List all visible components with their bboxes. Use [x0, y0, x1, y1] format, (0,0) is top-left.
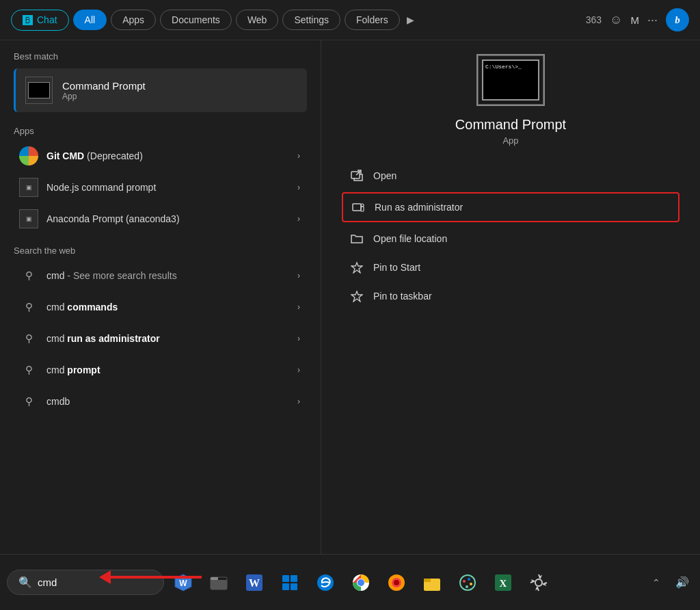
- search-web-label: Search the web: [14, 246, 307, 256]
- play-icon: ▶: [407, 14, 414, 25]
- taskbar-speaker-icon[interactable]: 🔊: [673, 568, 692, 598]
- web-search-cmd-prompt[interactable]: ⚲ cmd prompt ›: [14, 354, 307, 386]
- search-icon: ⚲: [19, 266, 38, 285]
- best-match-type: App: [62, 92, 146, 101]
- open-icon: [350, 169, 364, 183]
- search-icon: ⚲: [19, 329, 38, 348]
- search-icon: ⚲: [19, 360, 38, 380]
- filter-folders-button[interactable]: Folders: [345, 10, 400, 30]
- taskbar-firefox-icon[interactable]: [381, 568, 412, 598]
- app-item-git-cmd[interactable]: Git CMD (Deprecated) ›: [14, 140, 307, 172]
- git-cmd-label: Git CMD (Deprecated): [46, 150, 143, 161]
- svg-rect-15: [291, 583, 297, 590]
- svg-point-26: [468, 578, 470, 581]
- taskbar-excel-icon[interactable]: X: [488, 568, 518, 598]
- taskbar-edge-icon[interactable]: [310, 568, 340, 598]
- filter-apps-label: Apps: [122, 14, 144, 25]
- taskbar-chrome-icon[interactable]: [346, 568, 376, 598]
- pin-taskbar-label: Pin to taskbar: [373, 291, 432, 302]
- svg-text:W: W: [179, 579, 187, 588]
- svg-rect-23: [424, 579, 431, 582]
- git-icon: [19, 146, 38, 165]
- action-list: Open Run as administrator: [342, 162, 679, 310]
- bing-icon[interactable]: b: [666, 8, 689, 31]
- taskbar-paint-icon[interactable]: [453, 568, 483, 598]
- taskbar-search-icon: 🔍: [18, 576, 32, 589]
- web-search-label-4: cmd prompt: [46, 364, 100, 375]
- chevron-icon: ›: [297, 183, 300, 192]
- web-search-label-3: cmd run as administrator: [46, 333, 160, 344]
- app-item-nodejs[interactable]: ▣ Node.js command prompt ›: [14, 172, 307, 203]
- svg-rect-8: [211, 577, 218, 580]
- filter-documents-button[interactable]: Documents: [160, 10, 232, 30]
- chevron-icon: ›: [297, 365, 300, 375]
- web-search-cmd-more[interactable]: ⚲ cmd - See more search results ›: [14, 260, 307, 291]
- app-item-anaconda[interactable]: ▣ Anaconda Prompt (anaconda3) ›: [14, 203, 307, 235]
- action-open[interactable]: Open: [342, 162, 679, 189]
- cmd-preview-image: C:\Users\>_: [476, 54, 545, 106]
- web-search-cmd-commands[interactable]: ⚲ cmd commands ›: [14, 291, 307, 323]
- filter-right-controls: 363 ☺ M ··· b: [586, 8, 689, 31]
- pin-taskbar-icon: [350, 289, 364, 303]
- svg-point-4: [361, 204, 364, 207]
- taskbar-startmenu-icon[interactable]: [275, 568, 305, 598]
- chevron-icon: ›: [297, 334, 300, 343]
- search-icon: ⚲: [19, 297, 38, 317]
- cmd-app-icon: [25, 77, 53, 104]
- filter-web-button[interactable]: Web: [236, 10, 279, 30]
- action-pin-taskbar[interactable]: Pin to taskbar: [342, 282, 679, 310]
- web-search-cmd-run-admin[interactable]: ⚲ cmd run as administrator ›: [14, 323, 307, 354]
- taskbar-windhawk-icon[interactable]: W: [168, 568, 198, 598]
- svg-rect-2: [353, 204, 361, 211]
- filter-all-button[interactable]: All: [73, 10, 107, 30]
- file-location-icon: [350, 232, 364, 246]
- web-search-label-2: cmd commands: [46, 302, 118, 313]
- taskbar-search-input[interactable]: cmd: [38, 576, 152, 588]
- taskbar-word-icon[interactable]: W: [239, 568, 269, 598]
- svg-rect-14: [282, 583, 289, 590]
- more-options-icon[interactable]: ···: [647, 13, 658, 27]
- action-pin-start[interactable]: Pin to Start: [342, 254, 679, 281]
- app-preview-type: App: [502, 135, 518, 146]
- filter-chat-button[interactable]: 🅱 Chat: [11, 10, 69, 31]
- best-match-text: Command Prompt App: [62, 80, 146, 101]
- best-match-item[interactable]: Command Prompt App: [14, 68, 307, 112]
- taskbar-files-icon[interactable]: [417, 568, 447, 598]
- taskbar-chevron-up[interactable]: ⌃: [647, 568, 666, 598]
- filter-web-label: Web: [247, 14, 267, 25]
- filter-bar: 🅱 Chat All Apps Documents Web Settings F…: [0, 0, 700, 40]
- svg-point-28: [466, 585, 468, 588]
- taskbar-file-explorer-icon[interactable]: [204, 568, 234, 598]
- user-initial: M: [630, 14, 639, 26]
- best-match-label: Best match: [14, 51, 307, 62]
- run-admin-icon: [351, 200, 365, 214]
- search-icon: ⚲: [19, 392, 38, 411]
- taskbar: 🔍 cmd W W: [0, 554, 700, 610]
- taskbar-settings-icon[interactable]: [524, 568, 554, 598]
- run-admin-label: Run as administrator: [375, 202, 463, 213]
- action-run-as-admin[interactable]: Run as administrator: [342, 192, 679, 222]
- action-open-file-location[interactable]: Open file location: [342, 225, 679, 252]
- filter-settings-button[interactable]: Settings: [282, 10, 340, 30]
- svg-rect-9: [211, 580, 227, 589]
- chevron-icon: ›: [297, 397, 300, 406]
- result-count: 363: [586, 14, 602, 25]
- best-match-name: Command Prompt: [62, 80, 146, 92]
- chevron-icon: ›: [297, 151, 300, 161]
- filter-folders-label: Folders: [356, 14, 388, 25]
- web-search-label-1: cmd - See more search results: [46, 270, 177, 281]
- filter-apps-button[interactable]: Apps: [111, 10, 156, 30]
- pin-start-icon: [350, 261, 364, 274]
- taskbar-search-box[interactable]: 🔍 cmd: [7, 570, 164, 595]
- filter-documents-label: Documents: [172, 14, 220, 25]
- web-search-cmdb[interactable]: ⚲ cmdb ›: [14, 386, 307, 417]
- nodejs-label: Node.js command prompt: [46, 182, 156, 193]
- main-content: Best match Command Prompt App Apps Git C…: [0, 40, 700, 554]
- chevron-icon: ›: [297, 302, 300, 312]
- nodejs-icon: ▣: [19, 178, 38, 197]
- app-preview-title: Command Prompt: [455, 117, 566, 133]
- chevron-icon: ›: [297, 271, 300, 280]
- anaconda-label: Anaconda Prompt (anaconda3): [46, 213, 180, 224]
- anaconda-icon: ▣: [19, 209, 38, 228]
- feedback-icon: ☺: [610, 13, 622, 27]
